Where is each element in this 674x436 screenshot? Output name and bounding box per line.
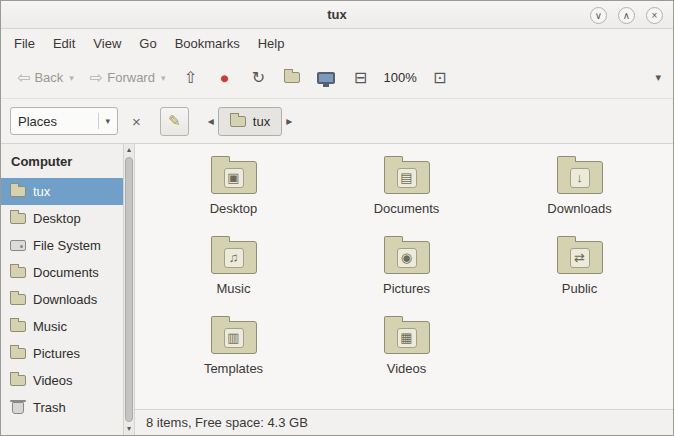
breadcrumb-folder-label: tux [253, 114, 270, 129]
computer-button[interactable] [311, 65, 341, 91]
file-item-label: Public [562, 281, 597, 296]
file-item-music[interactable]: ♫ Music [159, 232, 309, 312]
forward-history-chevron-icon[interactable]: ▾ [161, 73, 166, 83]
folder-icon: ↓ [557, 161, 603, 194]
menu-bookmarks[interactable]: Bookmarks [166, 31, 249, 56]
sidebar-item-label: Music [33, 319, 67, 334]
reload-icon: ↻ [252, 69, 265, 86]
menu-help[interactable]: Help [249, 31, 294, 56]
sidebar-header: Computer [1, 144, 123, 178]
file-item-desktop[interactable]: ▣ Desktop [159, 152, 309, 232]
scroll-down-icon[interactable]: ▾ [124, 423, 134, 435]
file-manager-window: tux ∨ ∧ × File Edit View Go Bookmarks He… [0, 0, 674, 436]
sidebar-item-label: Downloads [33, 292, 97, 307]
file-item-templates[interactable]: ▥ Templates [159, 312, 309, 392]
folder-icon: ▣ [211, 161, 257, 194]
close-icon: × [652, 10, 658, 21]
sidebar-item-videos[interactable]: Videos [1, 367, 123, 394]
chevron-down-icon: ▾ [655, 71, 661, 83]
scroll-up-icon[interactable]: ▴ [124, 144, 134, 156]
icon-view-icon: ⊟ [354, 69, 367, 86]
sidebar-item-label: File System [33, 238, 101, 253]
menu-go[interactable]: Go [130, 31, 165, 56]
scrollbar-thumb[interactable] [125, 157, 133, 422]
sidebar-close-button[interactable]: × [127, 110, 146, 133]
home-folder-icon [10, 186, 26, 197]
zoom-button[interactable]: ⊡ [425, 64, 455, 91]
back-arrow-icon: ⇦ [17, 68, 30, 87]
sidebar-item-desktop[interactable]: Desktop [1, 205, 123, 232]
sidebar-item-music[interactable]: Music [1, 313, 123, 340]
menu-view[interactable]: View [84, 31, 130, 56]
download-emblem-icon: ↓ [570, 168, 590, 188]
film-emblem-icon: ▦ [397, 328, 417, 348]
sidebar-item-tux[interactable]: tux [1, 178, 123, 205]
file-item-label: Documents [374, 201, 440, 216]
sidebar-item-documents[interactable]: Documents [1, 259, 123, 286]
breadcrumb-current-folder[interactable]: tux [218, 107, 282, 136]
folder-icon [10, 375, 26, 386]
file-item-label: Templates [204, 361, 263, 376]
template-emblem-icon: ▥ [224, 328, 244, 348]
file-item-downloads[interactable]: ↓ Downloads [505, 152, 655, 232]
breadcrumb-forward-button[interactable]: ▸ [282, 110, 296, 132]
sidebar-item-downloads[interactable]: Downloads [1, 286, 123, 313]
folder-icon: ⇄ [557, 241, 603, 274]
file-item-label: Music [217, 281, 251, 296]
computer-icon [317, 72, 335, 84]
breadcrumb: ◂ tux ▸ [204, 107, 296, 136]
forward-label: Forward [107, 70, 155, 85]
maximize-button[interactable]: ∧ [618, 7, 635, 24]
menubar: File Edit View Go Bookmarks Help [1, 29, 673, 57]
folder-icon [10, 294, 26, 305]
breadcrumb-back-button[interactable]: ◂ [204, 110, 218, 132]
zoom-icon: ⊡ [433, 69, 446, 86]
sidebar-list-panel: Computer tux Desktop File System [1, 144, 123, 435]
toolbar: ⇦ Back ▾ ⇨ Forward ▾ ⇧ ● ↻ ⊟ 100% ⊡ ▾ [1, 57, 673, 99]
status-bar: 8 items, Free space: 4.3 GB [135, 409, 673, 435]
file-item-public[interactable]: ⇄ Public [505, 232, 655, 312]
sidebar-item-file-system[interactable]: File System [1, 232, 123, 259]
menu-edit[interactable]: Edit [44, 31, 84, 56]
file-item-pictures[interactable]: ◉ Pictures [332, 232, 482, 312]
stop-button[interactable]: ● [209, 65, 239, 90]
up-button[interactable]: ⇧ [175, 64, 205, 91]
minimize-icon: ∨ [595, 10, 602, 21]
folder-icon: ◉ [384, 241, 430, 274]
music-note-emblem-icon: ♫ [224, 248, 244, 268]
back-history-chevron-icon[interactable]: ▾ [69, 73, 74, 83]
share-emblem-icon: ⇄ [570, 248, 590, 268]
close-button[interactable]: × [646, 7, 663, 24]
sidebar-mode-select[interactable]: Places ▾ [10, 107, 118, 135]
sidebar-item-trash[interactable]: Trash [1, 394, 123, 421]
home-button[interactable] [277, 65, 307, 91]
file-item-label: Desktop [210, 201, 258, 216]
sidebar-item-label: Documents [33, 265, 99, 280]
home-folder-icon [284, 72, 300, 83]
sidebar-scrollbar[interactable]: ▴ ▾ [123, 144, 134, 435]
close-icon: × [132, 113, 141, 130]
file-item-label: Videos [387, 361, 427, 376]
folder-icon: ♫ [211, 241, 257, 274]
file-view: ▣ Desktop ▤ Documents ↓ Downloads [135, 144, 673, 435]
home-folder-icon [230, 116, 246, 127]
icon-view-button[interactable]: ⊟ [345, 64, 375, 91]
window-title: tux [1, 7, 673, 22]
file-item-documents[interactable]: ▤ Documents [332, 152, 482, 232]
toolbar-overflow-button[interactable]: ▾ [653, 71, 663, 84]
folder-icon: ▤ [384, 161, 430, 194]
maximize-icon: ∧ [623, 10, 630, 21]
sidebar-item-label: Trash [33, 400, 66, 415]
file-item-videos[interactable]: ▦ Videos [332, 312, 482, 392]
folder-icon [10, 321, 26, 332]
stop-record-icon: ● [220, 69, 229, 86]
menu-file[interactable]: File [5, 31, 44, 56]
back-button[interactable]: ⇦ Back ▾ [11, 63, 80, 92]
minimize-button[interactable]: ∨ [590, 7, 607, 24]
reload-button[interactable]: ↻ [243, 64, 273, 91]
forward-button[interactable]: ⇨ Forward ▾ [84, 63, 172, 92]
triangle-right-icon: ▸ [286, 114, 292, 128]
sidebar-item-label: Pictures [33, 346, 80, 361]
edit-location-button[interactable]: ✎ [160, 107, 189, 136]
sidebar-item-pictures[interactable]: Pictures [1, 340, 123, 367]
